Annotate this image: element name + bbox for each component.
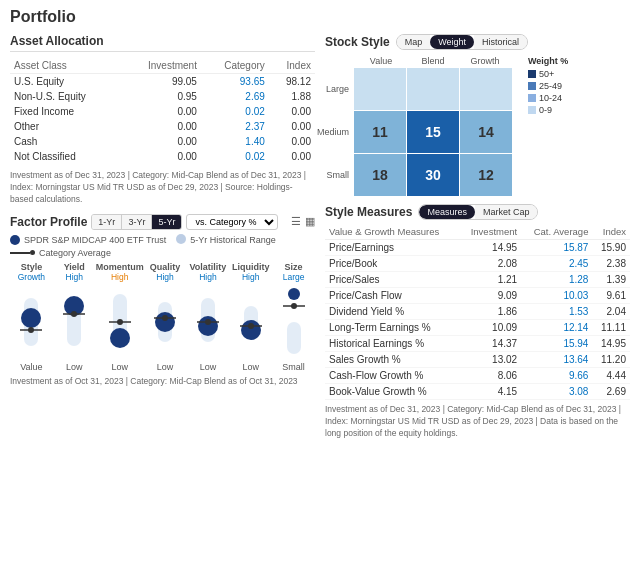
legend-etf-label: SPDR S&P MIDCAP 400 ETF Trust xyxy=(24,235,166,245)
investment-cell: 99.05 xyxy=(121,74,201,90)
factor-col-label: Quality xyxy=(150,262,181,272)
index-cell: 0.00 xyxy=(269,104,315,119)
measure-index: 2.38 xyxy=(592,256,630,272)
style-grid-rows: LargeMedium111514Small183012 xyxy=(325,68,512,196)
factor-col-yield: Yield High Low xyxy=(53,262,96,372)
row-label: Small xyxy=(325,154,353,196)
measure-label: Sales Growth % xyxy=(325,352,459,368)
legend-etf-dot xyxy=(10,235,20,245)
style-grid-row: Medium111514 xyxy=(325,111,512,153)
legend-item: 50+ xyxy=(528,69,568,79)
list-icon[interactable]: ☰ xyxy=(291,215,301,228)
asset-class-cell: Fixed Income xyxy=(10,104,121,119)
stock-style-tabs: Map Weight Historical xyxy=(396,34,528,50)
tab-3yr[interactable]: 3-Yr xyxy=(122,215,152,229)
factor-dropdown[interactable]: vs. Category % xyxy=(186,214,278,230)
measure-investment: 14.37 xyxy=(459,336,521,352)
legend-weight-title: Weight % xyxy=(528,56,568,66)
col-growth: Growth xyxy=(459,56,511,66)
table-row: Historical Earnings % 14.37 15.94 14.95 xyxy=(325,336,630,352)
style-cell xyxy=(460,68,512,110)
stock-style-header: Stock Style Map Weight Historical xyxy=(325,34,630,50)
factor-col-sublabel: Large xyxy=(283,272,305,282)
index-cell: 1.88 xyxy=(269,89,315,104)
category-cell: 0.02 xyxy=(201,104,269,119)
legend-line xyxy=(10,252,30,254)
measure-investment: 13.02 xyxy=(459,352,521,368)
factor-col-label: Momentum xyxy=(96,262,144,272)
measures-tabs: Measures Market Cap xyxy=(418,204,538,220)
style-grid-row: Small183012 xyxy=(325,154,512,196)
investment-cell: 0.00 xyxy=(121,104,201,119)
factor-col-label: Volatility xyxy=(189,262,226,272)
measure-index: 14.95 xyxy=(592,336,630,352)
factor-col-sublabel: High xyxy=(66,272,83,282)
measure-index: 11.20 xyxy=(592,352,630,368)
measure-investment: 1.86 xyxy=(459,304,521,320)
svg-point-3 xyxy=(28,327,34,333)
investment-cell: 0.00 xyxy=(121,119,201,134)
tab-5yr[interactable]: 5-Yr xyxy=(152,215,181,229)
col-index: Index xyxy=(269,58,315,74)
legend-etf: SPDR S&P MIDCAP 400 ETF Trust 5-Yr Histo… xyxy=(10,234,315,246)
factor-col-sublabel: High xyxy=(111,272,128,282)
measure-investment: 2.08 xyxy=(459,256,521,272)
tab-1yr[interactable]: 1-Yr xyxy=(92,215,122,229)
left-column: Asset Allocation Asset Class Investment … xyxy=(10,34,315,440)
style-cell: 15 xyxy=(407,111,459,153)
measure-index: 2.69 xyxy=(592,384,630,400)
legend-color-sq xyxy=(528,70,536,78)
measure-cat-avg: 2.45 xyxy=(521,256,592,272)
measures-table: Value & Growth Measures Investment Cat. … xyxy=(325,224,630,400)
measure-investment: 4.15 xyxy=(459,384,521,400)
measure-cat-avg: 3.08 xyxy=(521,384,592,400)
measures-col-name: Value & Growth Measures xyxy=(325,224,459,240)
col-category: Category xyxy=(201,58,269,74)
style-cell: 11 xyxy=(354,111,406,153)
measure-label: Price/Earnings xyxy=(325,240,459,256)
factor-col-bottom: Low xyxy=(157,362,174,372)
measure-cat-avg: 15.94 xyxy=(521,336,592,352)
investment-cell: 0.00 xyxy=(121,149,201,164)
tab-measures[interactable]: Measures xyxy=(419,205,475,219)
row-label: Medium xyxy=(325,111,353,153)
svg-rect-24 xyxy=(287,322,301,354)
style-legend: Weight % 50+25-4910-240-9 xyxy=(528,56,568,196)
style-cell: 12 xyxy=(460,154,512,196)
factor-col-chart xyxy=(279,282,309,362)
index-cell: 0.00 xyxy=(269,119,315,134)
tab-weight[interactable]: Weight xyxy=(430,35,474,49)
measure-cat-avg: 1.53 xyxy=(521,304,592,320)
tab-historical[interactable]: Historical xyxy=(474,35,527,49)
factor-col-label: Liquidity xyxy=(232,262,270,272)
stock-style-title: Stock Style xyxy=(325,35,390,49)
factor-legend: SPDR S&P MIDCAP 400 ETF Trust 5-Yr Histo… xyxy=(10,234,315,258)
factor-col-chart xyxy=(236,282,266,362)
table-row: Other 0.00 2.37 0.00 xyxy=(10,119,315,134)
measures-header: Style Measures Measures Market Cap xyxy=(325,204,630,220)
style-grid-row: Large xyxy=(325,68,512,110)
legend-label: 10-24 xyxy=(539,93,562,103)
factor-col-sublabel: Growth xyxy=(18,272,45,282)
legend-item: 0-9 xyxy=(528,105,568,115)
legend-line-dot xyxy=(30,250,35,255)
measure-label: Price/Book xyxy=(325,256,459,272)
tab-map[interactable]: Map xyxy=(397,35,431,49)
svg-point-1 xyxy=(21,308,41,328)
table-row: Long-Term Earnings % 10.09 12.14 11.11 xyxy=(325,320,630,336)
table-row: Fixed Income 0.00 0.02 0.00 xyxy=(10,104,315,119)
measure-index: 2.04 xyxy=(592,304,630,320)
svg-point-15 xyxy=(162,315,168,321)
tab-market-cap[interactable]: Market Cap xyxy=(475,205,538,219)
factor-col-momentum: Momentum High Low xyxy=(96,262,144,372)
asset-class-cell: U.S. Equity xyxy=(10,74,121,90)
legend-range-dot xyxy=(176,234,186,246)
measure-label: Long-Term Earnings % xyxy=(325,320,459,336)
chart-icon[interactable]: ▦ xyxy=(305,215,315,228)
factor-col-volatility: Volatility High Low xyxy=(186,262,229,372)
factor-tab-group: 1-Yr 3-Yr 5-Yr xyxy=(91,214,182,230)
factor-profile-section: Factor Profile 1-Yr 3-Yr 5-Yr vs. Catego… xyxy=(10,214,315,386)
style-grid-container: Value Blend Growth LargeMedium111514Smal… xyxy=(325,56,630,196)
factor-col-size: Size Large Small xyxy=(272,262,315,372)
factor-col-label: Size xyxy=(285,262,303,272)
